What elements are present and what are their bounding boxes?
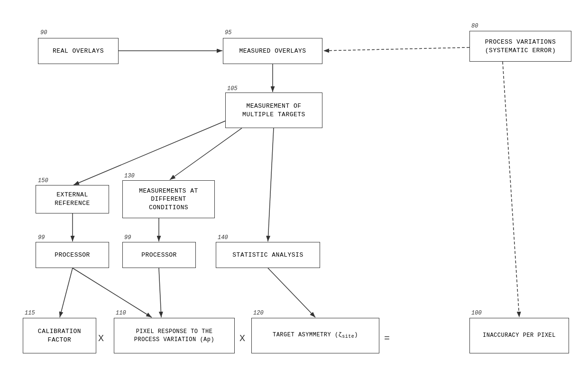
inaccuracy-box: INACCURACY PER PIXEL (469, 318, 569, 353)
svg-line-12 (159, 268, 161, 317)
ref-99a: 99 (38, 234, 45, 241)
ref-110: 110 (116, 310, 126, 316)
svg-line-10 (60, 268, 73, 317)
processor1-box: PROCESSOR (36, 242, 109, 268)
statistic-analysis-box: STATISTIC ANALYSIS (216, 242, 320, 268)
svg-line-5 (74, 121, 225, 185)
multiply-1: X (98, 333, 104, 344)
calibration-factor-box: CALIBRATION FACTOR (23, 318, 96, 353)
svg-line-6 (170, 128, 242, 180)
svg-line-11 (73, 268, 152, 317)
ref-90: 90 (40, 29, 47, 36)
ref-140: 140 (218, 234, 228, 241)
measurements-different-box: MEASUREMENTS AT DIFFERENT CONDITIONS (122, 180, 215, 218)
ref-99b: 99 (124, 234, 131, 241)
ref-150: 150 (38, 177, 48, 184)
measurement-multiple-box: MEASUREMENT OF MULTIPLE TARGETS (225, 93, 322, 128)
ref-100: 100 (471, 310, 482, 316)
ref-80: 80 (471, 23, 478, 29)
real-overlays-box: REAL OVERLAYS (38, 38, 119, 64)
ref-105: 105 (227, 85, 238, 92)
ref-120: 120 (253, 310, 264, 316)
processor2-box: PROCESSOR (122, 242, 196, 268)
svg-line-7 (268, 128, 274, 241)
ref-115: 115 (25, 310, 35, 316)
diagram: REAL OVERLAYS MEASURED OVERLAYS PROCESS … (0, 0, 588, 389)
external-reference-box: EXTERNAL REFERENCE (36, 185, 109, 213)
process-variations-box: PROCESS VARIATIONS (SYSTEMATIC ERROR) (469, 31, 571, 62)
pixel-response-box: PIXEL RESPONSE TO THE PROCESS VARIATION … (114, 318, 235, 353)
equals: = (384, 333, 390, 344)
svg-line-3 (323, 47, 469, 51)
measured-overlays-box: MEASURED OVERLAYS (223, 38, 322, 64)
ref-95: 95 (225, 29, 231, 36)
svg-line-14 (503, 62, 519, 317)
svg-line-13 (268, 268, 315, 317)
multiply-2: X (239, 333, 245, 344)
target-asymmetry-box: TARGET ASYMMETRY (ζsite) (251, 318, 379, 353)
ref-130: 130 (124, 173, 135, 179)
